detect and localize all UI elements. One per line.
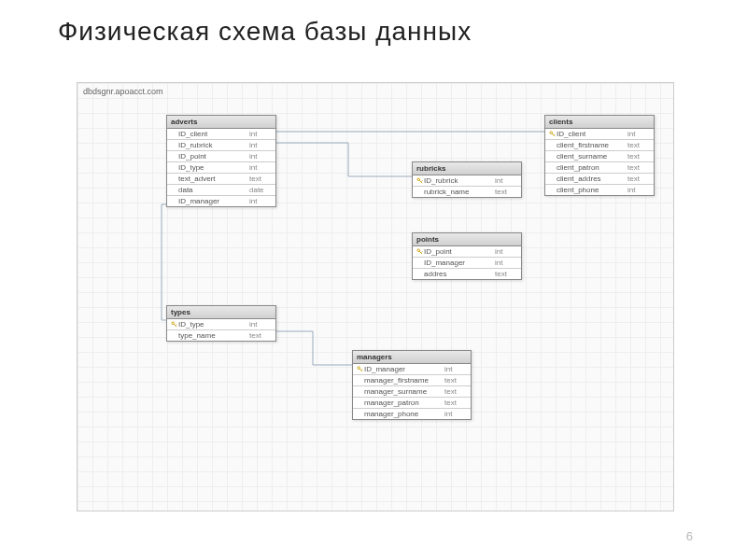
- table-row[interactable]: client_surnametext: [545, 151, 654, 162]
- table-row[interactable]: ID_pointint: [413, 246, 521, 258]
- column-type: text: [627, 152, 652, 161]
- table-row[interactable]: ID_typeint: [167, 162, 275, 174]
- table-header[interactable]: adverts: [167, 116, 275, 129]
- table-points[interactable]: pointsID_pointintID_managerintaddrestext: [412, 232, 522, 280]
- column-type: int: [249, 130, 274, 138]
- column-name: client_firstname: [557, 141, 627, 149]
- schema-canvas: dbdsgnr.apoacct.com advertsID_clientintI…: [77, 82, 674, 511]
- column-name: manager_phone: [364, 410, 444, 418]
- relation-line: [276, 331, 352, 365]
- table-row[interactable]: text_adverttext: [167, 174, 275, 185]
- table-row[interactable]: ID_managerint: [167, 196, 275, 206]
- column-type: text: [249, 331, 274, 340]
- column-name: type_name: [178, 331, 249, 340]
- svg-line-11: [175, 325, 176, 326]
- table-rubricks[interactable]: rubricksID_rubrickintrubrick_nametext: [412, 161, 522, 198]
- svg-line-5: [420, 181, 421, 182]
- table-row[interactable]: client_firstnametext: [545, 140, 654, 151]
- table-row[interactable]: ID_typeint: [167, 319, 275, 330]
- column-name: manager_patron: [364, 399, 444, 407]
- column-name: ID_type: [178, 163, 249, 172]
- column-name: ID_manager: [178, 197, 249, 205]
- column-name: ID_client: [557, 130, 627, 138]
- column-name: ID_point: [178, 152, 249, 161]
- key-cell: [547, 131, 557, 137]
- column-name: addres: [424, 270, 495, 278]
- table-row[interactable]: ID_clientint: [545, 129, 654, 140]
- table-row[interactable]: ID_rubrickint: [167, 140, 275, 151]
- column-name: manager_firstname: [364, 376, 444, 385]
- key-cell: [415, 248, 424, 255]
- column-type: int: [444, 410, 469, 418]
- column-type: int: [249, 163, 274, 172]
- column-name: ID_client: [178, 130, 249, 138]
- key-cell: [169, 321, 178, 328]
- column-type: text: [444, 387, 469, 396]
- table-row[interactable]: rubrick_nametext: [413, 187, 521, 197]
- column-type: int: [249, 152, 274, 161]
- table-row[interactable]: manager_firstnametext: [353, 375, 471, 386]
- table-row[interactable]: ID_clientint: [167, 129, 275, 140]
- primary-key-icon: [171, 321, 177, 328]
- table-row[interactable]: ID_rubrickint: [413, 175, 521, 187]
- relation-line: [162, 204, 171, 320]
- column-type: text: [495, 270, 519, 278]
- table-row[interactable]: ID_managerint: [413, 258, 521, 269]
- table-header[interactable]: clients: [545, 116, 654, 129]
- table-row[interactable]: datadate: [167, 185, 275, 196]
- column-type: text: [444, 376, 469, 385]
- column-name: ID_rubrick: [178, 141, 249, 149]
- key-cell: [355, 366, 364, 372]
- table-header[interactable]: managers: [353, 351, 471, 364]
- column-type: int: [444, 365, 469, 373]
- column-type: text: [627, 141, 652, 149]
- table-header[interactable]: points: [413, 233, 521, 246]
- column-name: client_addres: [557, 175, 627, 183]
- column-name: client_patron: [557, 163, 627, 172]
- column-type: int: [249, 141, 274, 149]
- table-row[interactable]: manager_surnametext: [353, 386, 471, 398]
- table-header[interactable]: rubricks: [413, 162, 521, 175]
- column-name: client_phone: [557, 186, 627, 194]
- table-header[interactable]: types: [167, 306, 275, 319]
- svg-line-14: [360, 370, 361, 371]
- column-type: int: [495, 247, 519, 256]
- column-type: text: [627, 175, 652, 183]
- primary-key-icon: [416, 177, 423, 184]
- table-adverts[interactable]: advertsID_clientintID_rubrickintID_point…: [166, 115, 276, 207]
- column-name: ID_rubrick: [424, 176, 495, 185]
- table-clients[interactable]: clientsID_clientintclient_firstnametextc…: [544, 115, 655, 196]
- column-name: rubrick_name: [424, 188, 495, 196]
- table-row[interactable]: client_addrestext: [545, 174, 654, 185]
- table-row[interactable]: manager_phoneint: [353, 409, 471, 419]
- column-name: manager_surname: [364, 387, 444, 396]
- table-row[interactable]: ID_pointint: [167, 151, 275, 162]
- column-type: int: [249, 320, 274, 329]
- table-row[interactable]: addrestext: [413, 269, 521, 279]
- primary-key-icon: [416, 248, 423, 255]
- relation-line: [276, 143, 412, 176]
- site-label: dbdsgnr.apoacct.com: [83, 87, 163, 96]
- table-managers[interactable]: managersID_managerintmanager_firstnamete…: [352, 350, 472, 420]
- column-type: text: [249, 175, 274, 183]
- column-type: int: [627, 186, 652, 194]
- table-row[interactable]: ID_managerint: [353, 364, 471, 375]
- column-type: int: [249, 197, 274, 205]
- column-type: text: [627, 163, 652, 172]
- svg-line-2: [553, 134, 554, 135]
- column-name: ID_manager: [424, 259, 495, 267]
- column-name: text_advert: [178, 175, 249, 183]
- table-row[interactable]: client_patrontext: [545, 162, 654, 174]
- column-name: data: [178, 186, 249, 194]
- key-cell: [415, 177, 424, 184]
- page-number: 6: [686, 529, 693, 543]
- column-name: ID_type: [178, 320, 249, 329]
- table-row[interactable]: client_phoneint: [545, 185, 654, 195]
- column-name: ID_point: [424, 247, 495, 256]
- table-types[interactable]: typesID_typeinttype_nametext: [166, 305, 276, 342]
- column-type: int: [627, 130, 652, 138]
- table-row[interactable]: manager_patrontext: [353, 398, 471, 409]
- table-row[interactable]: type_nametext: [167, 330, 275, 341]
- column-type: text: [495, 188, 519, 196]
- column-name: ID_manager: [364, 365, 444, 373]
